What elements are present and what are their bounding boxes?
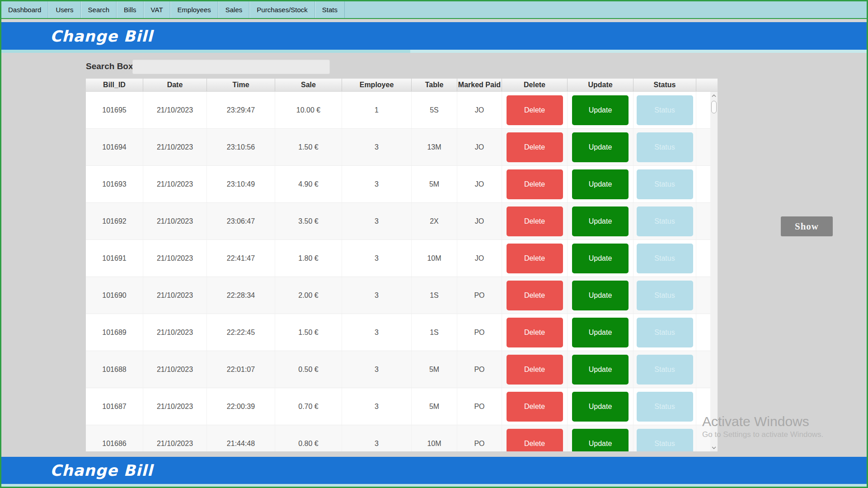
- cell-status: Status: [633, 129, 696, 165]
- update-button[interactable]: Update: [572, 132, 629, 162]
- delete-button[interactable]: Delete: [507, 392, 563, 422]
- cell-blank: [696, 314, 710, 351]
- cell-date: 21/10/2023: [143, 314, 207, 351]
- column-header-date: Date: [143, 79, 207, 91]
- cell-update: Update: [568, 203, 633, 239]
- cell-update: Update: [568, 92, 633, 128]
- scrollbar-up-button[interactable]: [710, 92, 718, 99]
- update-button[interactable]: Update: [572, 244, 629, 273]
- scrollbar-thumb[interactable]: [711, 101, 717, 113]
- cell-date: 21/10/2023: [143, 92, 207, 128]
- table-scrollbar[interactable]: [710, 92, 718, 451]
- cell-update: Update: [568, 314, 633, 351]
- status-button[interactable]: Status: [637, 132, 693, 162]
- table-row: 101693 21/10/2023 23:10:49 4.90 € 3 5M J…: [86, 166, 710, 203]
- cell-employee: 3: [342, 388, 412, 425]
- cell-blank: [696, 203, 710, 239]
- menu-tab-bills[interactable]: Bills: [117, 1, 144, 18]
- update-button[interactable]: Update: [572, 355, 629, 385]
- menu-tab-employees[interactable]: Employees: [170, 1, 218, 18]
- menu-tab-search[interactable]: Search: [81, 1, 117, 18]
- cell-sale: 1.50 €: [275, 129, 342, 165]
- cell-status: Status: [633, 166, 696, 202]
- cell-marked-paid: PO: [457, 351, 502, 388]
- menu-tab-vat[interactable]: VAT: [144, 1, 170, 18]
- cell-table: 10M: [412, 425, 457, 451]
- cell-blank: [696, 425, 710, 451]
- status-button[interactable]: Status: [637, 169, 693, 199]
- menu-tab-stats[interactable]: Stats: [315, 1, 345, 18]
- menubar: DashboardUsersSearchBillsVATEmployeesSal…: [1, 1, 867, 18]
- cell-time: 22:00:39: [207, 388, 275, 425]
- table-row: 101686 21/10/2023 21:44:48 0.80 € 3 10M …: [86, 425, 710, 451]
- delete-button[interactable]: Delete: [507, 206, 563, 236]
- delete-button[interactable]: Delete: [507, 244, 563, 273]
- table-row: 101695 21/10/2023 23:29:47 10.00 € 1 5S …: [86, 92, 710, 129]
- delete-button[interactable]: Delete: [507, 169, 563, 199]
- table-row: 101692 21/10/2023 23:06:47 3.50 € 3 2X J…: [86, 203, 710, 240]
- update-button[interactable]: Update: [572, 206, 629, 236]
- status-button[interactable]: Status: [637, 95, 693, 125]
- status-button[interactable]: Status: [637, 318, 693, 347]
- update-button[interactable]: Update: [572, 318, 629, 347]
- cell-blank: [696, 351, 710, 388]
- page-title: Change Bill: [50, 27, 153, 45]
- change-bill-window: DashboardUsersSearchBillsVATEmployeesSal…: [0, 0, 868, 488]
- column-header-update: Update: [568, 79, 633, 91]
- cell-date: 21/10/2023: [143, 129, 207, 165]
- cell-bill-id: 101686: [86, 425, 143, 451]
- cell-table: 5S: [412, 92, 457, 128]
- delete-button[interactable]: Delete: [507, 95, 563, 125]
- header-underline-accent: [1, 50, 410, 53]
- cell-table: 1S: [412, 314, 457, 351]
- cell-employee: 3: [342, 203, 412, 239]
- delete-button[interactable]: Delete: [507, 429, 563, 452]
- table-row: 101690 21/10/2023 22:28:34 2.00 € 3 1S P…: [86, 277, 710, 314]
- status-button[interactable]: Status: [637, 392, 693, 422]
- cell-status: Status: [633, 203, 696, 239]
- status-button[interactable]: Status: [637, 206, 693, 236]
- delete-button[interactable]: Delete: [507, 281, 563, 310]
- cell-employee: 3: [342, 277, 412, 314]
- cell-employee: 3: [342, 314, 412, 351]
- cell-delete: Delete: [502, 240, 568, 277]
- cell-employee: 3: [342, 129, 412, 165]
- cell-time: 22:22:45: [207, 314, 275, 351]
- status-button[interactable]: Status: [637, 355, 693, 385]
- column-header-delete: Delete: [502, 79, 568, 91]
- scrollbar-down-button[interactable]: [710, 444, 718, 451]
- cell-date: 21/10/2023: [143, 388, 207, 425]
- menu-tab-purchases-stock[interactable]: Purchases/Stock: [249, 1, 315, 18]
- cell-bill-id: 101691: [86, 240, 143, 277]
- cell-update: Update: [568, 388, 633, 425]
- update-button[interactable]: Update: [572, 392, 629, 422]
- column-header-bill-id: Bill_ID: [86, 79, 143, 91]
- menu-tab-sales[interactable]: Sales: [218, 1, 250, 18]
- cell-bill-id: 101689: [86, 314, 143, 351]
- update-button[interactable]: Update: [572, 95, 629, 125]
- delete-button[interactable]: Delete: [507, 318, 563, 347]
- cell-blank: [696, 129, 710, 165]
- cell-date: 21/10/2023: [143, 203, 207, 239]
- cell-blank: [696, 277, 710, 314]
- table-row: 101694 21/10/2023 23:10:56 1.50 € 3 13M …: [86, 129, 710, 166]
- search-input[interactable]: [132, 60, 330, 74]
- update-button[interactable]: Update: [572, 429, 629, 452]
- cell-update: Update: [568, 129, 633, 165]
- menu-tab-users[interactable]: Users: [48, 1, 80, 18]
- update-button[interactable]: Update: [572, 281, 629, 310]
- cell-date: 21/10/2023: [143, 277, 207, 314]
- delete-button[interactable]: Delete: [507, 355, 563, 385]
- show-button[interactable]: Show: [781, 216, 833, 236]
- delete-button[interactable]: Delete: [507, 132, 563, 162]
- status-button[interactable]: Status: [637, 429, 693, 452]
- update-button[interactable]: Update: [572, 169, 629, 199]
- status-button[interactable]: Status: [637, 244, 693, 273]
- cell-time: 23:29:47: [207, 92, 275, 128]
- status-button[interactable]: Status: [637, 281, 693, 310]
- cell-time: 22:01:07: [207, 351, 275, 388]
- cell-update: Update: [568, 351, 633, 388]
- menu-tab-dashboard[interactable]: Dashboard: [1, 1, 48, 18]
- search-box-label: Search Box: [86, 61, 133, 71]
- cell-delete: Delete: [502, 425, 568, 451]
